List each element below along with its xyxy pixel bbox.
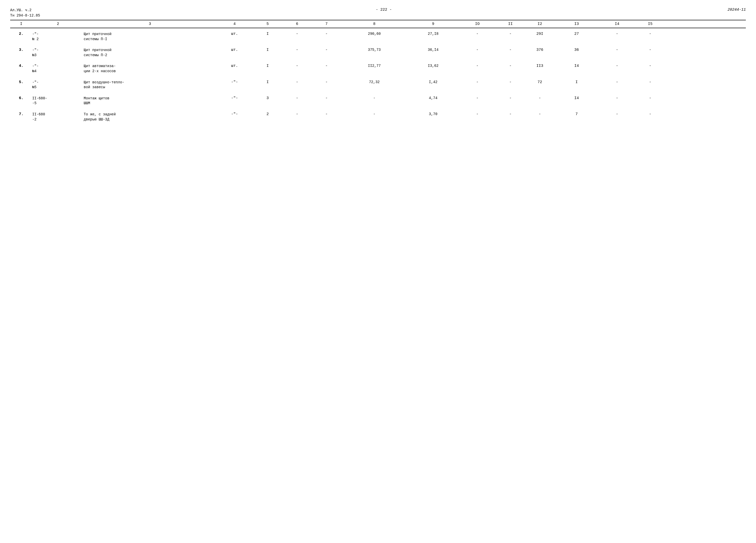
row-5-cell-13: I4 <box>555 96 599 100</box>
header-right: 20244-11 <box>728 8 746 12</box>
row-6-cell-2: II-680 -2 <box>32 112 84 122</box>
row-2-cell-3: Щит приточной системы П-2 <box>84 48 216 58</box>
table-row: 5.-"- №5Щит воздушно-тепло- вой завесы-"… <box>10 76 746 92</box>
col-header-10: IO <box>459 22 496 26</box>
row-1-cell-4: шт. <box>216 32 253 36</box>
row-6-cell-14: - <box>599 112 636 116</box>
col-header-13: I3 <box>555 22 599 26</box>
header-left-line1: Ал.УШ. ч.2 <box>10 8 40 13</box>
header-left-line2: Тн 294-8-12.85 <box>10 13 40 18</box>
row-6-cell-11: - <box>496 112 525 116</box>
col-header-1: I <box>10 22 32 26</box>
row-1-cell-9: 27,I8 <box>407 32 459 36</box>
row-5-cell-14: - <box>599 96 636 100</box>
row-4-cell-5: I <box>253 80 282 84</box>
col-header-2: 2 <box>32 22 84 26</box>
row-2-cell-2: -"- №3 <box>32 48 84 58</box>
row-2-cell-8: 375,73 <box>341 48 407 52</box>
row-3-cell-8: II2,77 <box>341 64 407 68</box>
row-3-cell-3: Щит автоматиза- ции 2-х насосов <box>84 64 216 74</box>
col-header-8: 8 <box>341 22 407 26</box>
row-4-cell-10: - <box>459 80 496 84</box>
row-2-cell-5: I <box>253 48 282 52</box>
row-4-cell-14: - <box>599 80 636 84</box>
row-2-cell-12: 376 <box>525 48 555 52</box>
row-1-cell-8: 290,60 <box>341 32 407 36</box>
row-6-cell-9: 3,70 <box>407 112 459 116</box>
row-2-cell-9: 36,I4 <box>407 48 459 52</box>
table-row: 2.-"- № 2Щит приточной системы П-Iшт.I--… <box>10 28 746 44</box>
col-header-14: I4 <box>599 22 636 26</box>
row-4-cell-9: I,42 <box>407 80 459 84</box>
row-1-cell-15: - <box>635 32 665 36</box>
row-3-cell-9: I3,62 <box>407 64 459 68</box>
row-5-cell-12: - <box>525 96 555 100</box>
col-header-6: 6 <box>282 22 312 26</box>
row-3-cell-14: - <box>599 64 636 68</box>
header-left: Ал.УШ. ч.2 Тн 294-8-12.85 <box>10 8 40 18</box>
row-1-cell-2: -"- № 2 <box>32 32 84 42</box>
row-5-cell-15: - <box>635 96 665 100</box>
row-3-cell-10: - <box>459 64 496 68</box>
row-4-cell-11: - <box>496 80 525 84</box>
row-3-cell-11: - <box>496 64 525 68</box>
row-6-cell-4: -"- <box>216 112 253 116</box>
row-4-cell-4: -"- <box>216 80 253 84</box>
row-2-cell-13: 36 <box>555 48 599 52</box>
row-5-cell-11: - <box>496 96 525 100</box>
row-3-cell-15: - <box>635 64 665 68</box>
row-4-cell-13: I <box>555 80 599 84</box>
row-3-cell-1: 4. <box>10 64 32 68</box>
row-3-cell-5: I <box>253 64 282 68</box>
row-3-cell-2: -"- №4 <box>32 64 84 74</box>
row-4-cell-2: -"- №5 <box>32 80 84 90</box>
row-4-cell-1: 5. <box>10 80 32 84</box>
row-6-cell-6: - <box>282 112 312 116</box>
row-4-cell-7: - <box>312 80 341 84</box>
table: I 2 3 4 5 6 7 8 9 IO II I2 I3 I4 I5 2.-"… <box>10 20 746 125</box>
row-3-cell-6: - <box>282 64 312 68</box>
row-1-cell-14: - <box>599 32 636 36</box>
row-2-cell-14: - <box>599 48 636 52</box>
row-2-cell-7: - <box>312 48 341 52</box>
row-1-cell-1: 2. <box>10 32 32 36</box>
col-header-15: I5 <box>635 22 665 26</box>
table-row: 7.II-680 -2То же, с задней дверью ШШ-3Д-… <box>10 108 746 125</box>
row-5-cell-2: II-680- -5 <box>32 96 84 106</box>
row-2-cell-15: - <box>635 48 665 52</box>
row-1-cell-3: Щит приточной системы П-I <box>84 32 216 42</box>
col-header-5: 5 <box>253 22 282 26</box>
row-5-cell-4: -"- <box>216 96 253 100</box>
row-2-cell-10: - <box>459 48 496 52</box>
row-2-cell-11: - <box>496 48 525 52</box>
col-header-9: 9 <box>407 22 459 26</box>
row-3-cell-13: I4 <box>555 64 599 68</box>
row-5-cell-1: 6. <box>10 96 32 100</box>
column-header-row: I 2 3 4 5 6 7 8 9 IO II I2 I3 I4 I5 <box>10 20 746 28</box>
row-6-cell-10: - <box>459 112 496 116</box>
col-header-7: 7 <box>312 22 341 26</box>
table-row: 6.II-680- -5Монтаж щитов ШШМ-"-3---4,74-… <box>10 92 746 108</box>
col-header-12: I2 <box>525 22 555 26</box>
row-2-cell-6: - <box>282 48 312 52</box>
row-4-cell-15: - <box>635 80 665 84</box>
row-1-cell-12: 29I <box>525 32 555 36</box>
row-6-cell-5: 2 <box>253 112 282 116</box>
row-1-cell-11: - <box>496 32 525 36</box>
row-5-cell-6: - <box>282 96 312 100</box>
row-6-cell-13: 7 <box>555 112 599 116</box>
row-2-cell-1: 3. <box>10 48 32 52</box>
row-3-cell-7: - <box>312 64 341 68</box>
row-6-cell-8: - <box>341 112 407 116</box>
row-1-cell-7: - <box>312 32 341 36</box>
row-4-cell-8: 72,32 <box>341 80 407 84</box>
col-header-4: 4 <box>216 22 253 26</box>
row-2-cell-4: шт. <box>216 48 253 52</box>
row-3-cell-12: II3 <box>525 64 555 68</box>
row-3-cell-4: шт. <box>216 64 253 68</box>
col-header-3: 3 <box>84 22 216 26</box>
table-row: 3.-"- №3Щит приточной системы П-2шт.I--3… <box>10 44 746 60</box>
row-5-cell-5: 3 <box>253 96 282 100</box>
row-5-cell-9: 4,74 <box>407 96 459 100</box>
col-header-11: II <box>496 22 525 26</box>
